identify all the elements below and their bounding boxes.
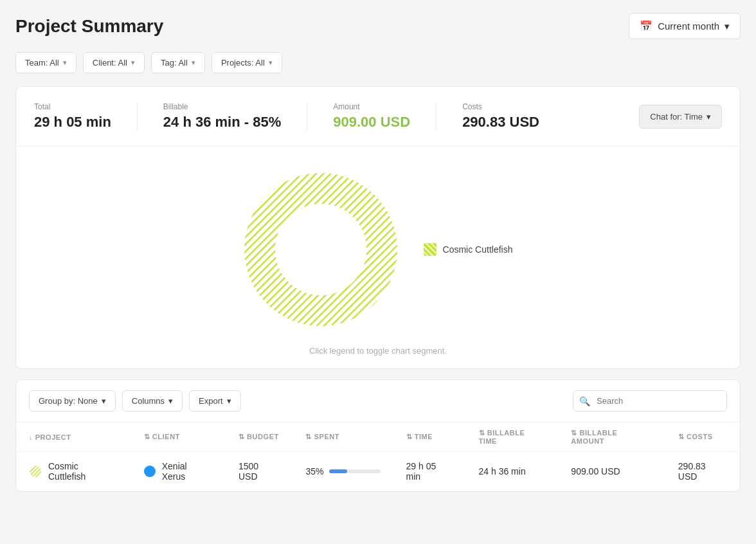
- col-time[interactable]: ⇅ TIME: [393, 422, 466, 452]
- col-client[interactable]: ⇅ CLIENT: [131, 422, 226, 452]
- col-billable-time[interactable]: ⇅ BILLABLE TIME: [466, 422, 559, 452]
- columns-label: Columns: [132, 396, 165, 406]
- billable-stat: Billable 24 h 36 min - 85%: [163, 102, 307, 131]
- client-filter-label: Client: All: [93, 58, 127, 68]
- col-budget-label: ⇅ BUDGET: [239, 433, 279, 440]
- col-client-label: ⇅ CLIENT: [144, 433, 180, 440]
- table-body: Cosmic Cuttlefish Xenial Xerus 1500 USD …: [16, 452, 740, 491]
- table-toolbar: Group by: None ▾ Columns ▾ Export ▾ 🔍: [16, 380, 740, 422]
- amount-value: 909.00 USD: [333, 114, 410, 131]
- total-label: Total: [34, 102, 111, 111]
- chevron-down-icon: ▾: [269, 59, 273, 67]
- billable-label: Billable: [163, 102, 281, 111]
- chart-area: Cosmic Cuttlefish Click legend to toggle…: [16, 147, 740, 368]
- col-billable-time-label: ⇅ BILLABLE TIME: [479, 429, 525, 445]
- chat-button[interactable]: Chat for: Time ▾: [639, 105, 722, 129]
- legend-color-dot: [424, 243, 437, 256]
- spent-cell: 35%: [292, 452, 393, 491]
- group-by-label: Group by: None: [39, 396, 98, 406]
- costs-value: 290.83 USD: [462, 114, 539, 131]
- table-card: Group by: None ▾ Columns ▾ Export ▾ 🔍: [15, 379, 741, 492]
- team-filter-label: Team: All: [25, 58, 59, 68]
- costs-label: Costs: [462, 102, 539, 111]
- svg-point-4: [30, 466, 41, 477]
- chart-wrapper: Cosmic Cuttlefish: [244, 172, 513, 327]
- project-cell: Cosmic Cuttlefish: [16, 452, 131, 491]
- search-wrap: 🔍: [573, 390, 727, 412]
- spent-pct: 35%: [305, 466, 323, 476]
- chevron-down-icon: ▾: [63, 59, 67, 67]
- col-costs[interactable]: ⇅ COSTS: [665, 422, 740, 452]
- chevron-down-icon: ▾: [706, 112, 711, 122]
- tag-filter-label: Tag: All: [161, 58, 188, 68]
- col-project-label: ↓ PROJECT: [29, 433, 71, 441]
- projects-filter-label: Projects: All: [221, 58, 265, 68]
- time-cell: 29 h 05 min: [393, 452, 466, 491]
- costs-stat: Costs 290.83 USD: [462, 102, 565, 131]
- costs-cell: 290.83 USD: [665, 452, 740, 491]
- billable-time-cell: 24 h 36 min: [466, 452, 559, 491]
- col-billable-amount[interactable]: ⇅ BILLABLE AMOUNT: [558, 422, 665, 452]
- export-button[interactable]: Export ▾: [189, 390, 241, 412]
- chevron-down-icon: ▾: [227, 396, 231, 406]
- client-filter[interactable]: Client: All ▾: [83, 52, 145, 73]
- chevron-down-icon: ▾: [724, 21, 730, 32]
- chart-hint: Click legend to toggle chart segment.: [309, 346, 447, 356]
- date-filter-label: Current month: [658, 21, 719, 32]
- amount-label: Amount: [333, 102, 410, 111]
- group-by-button[interactable]: Group by: None ▾: [29, 390, 116, 412]
- table-row: Cosmic Cuttlefish Xenial Xerus 1500 USD …: [16, 452, 740, 491]
- progress-bar: [329, 469, 381, 473]
- client-avatar: [144, 466, 156, 477]
- summary-stats: Total 29 h 05 min Billable 24 h 36 min -…: [16, 87, 740, 147]
- billable-value: 24 h 36 min - 85%: [163, 114, 281, 131]
- col-project[interactable]: ↓ PROJECT: [16, 422, 131, 452]
- total-stat: Total 29 h 05 min: [34, 102, 138, 131]
- date-filter-button[interactable]: 📅 Current month ▾: [629, 13, 741, 39]
- legend-label: Cosmic Cuttlefish: [443, 244, 513, 255]
- col-billable-amount-label: ⇅ BILLABLE AMOUNT: [571, 429, 617, 445]
- filter-bar: Team: All ▾ Client: All ▾ Tag: All ▾ Pro…: [15, 52, 741, 73]
- projects-filter[interactable]: Projects: All ▾: [212, 52, 282, 73]
- table-head: ↓ PROJECT ⇅ CLIENT ⇅ BUDGET ⇅ SPENT ⇅ TI…: [16, 422, 740, 452]
- chevron-down-icon: ▾: [102, 396, 106, 406]
- total-value: 29 h 05 min: [34, 114, 111, 131]
- col-spent[interactable]: ⇅ SPENT: [292, 422, 393, 452]
- amount-stat: Amount 909.00 USD: [333, 102, 437, 131]
- chevron-down-icon: ▾: [192, 59, 195, 67]
- client-name: Xenial Xerus: [162, 461, 213, 482]
- table-header-row: ↓ PROJECT ⇅ CLIENT ⇅ BUDGET ⇅ SPENT ⇅ TI…: [16, 422, 740, 452]
- progress-fill: [329, 469, 347, 473]
- project-icon: [29, 465, 42, 478]
- col-budget[interactable]: ⇅ BUDGET: [226, 422, 293, 452]
- columns-button[interactable]: Columns ▾: [122, 390, 183, 412]
- donut-chart[interactable]: [244, 172, 398, 327]
- calendar-icon: 📅: [640, 20, 652, 32]
- chevron-down-icon: ▾: [168, 396, 173, 406]
- team-filter[interactable]: Team: All ▾: [15, 52, 76, 73]
- chart-legend: Cosmic Cuttlefish: [424, 243, 513, 256]
- data-table: ↓ PROJECT ⇅ CLIENT ⇅ BUDGET ⇅ SPENT ⇅ TI…: [16, 422, 740, 491]
- search-icon: 🔍: [579, 396, 590, 406]
- tag-filter[interactable]: Tag: All ▾: [151, 52, 205, 73]
- chevron-down-icon: ▾: [131, 59, 135, 67]
- col-time-label: ⇅ TIME: [406, 433, 433, 440]
- budget-cell: 1500 USD: [226, 452, 293, 491]
- billable-amount-cell: 909.00 USD: [558, 452, 665, 491]
- page-header: Project Summary 📅 Current month ▾: [15, 13, 741, 39]
- page-title: Project Summary: [15, 16, 163, 37]
- project-name: Cosmic Cuttlefish: [48, 461, 118, 482]
- col-spent-label: ⇅ SPENT: [305, 433, 339, 440]
- client-cell: Xenial Xerus: [131, 452, 226, 491]
- svg-point-2: [275, 204, 366, 295]
- search-input[interactable]: [573, 390, 727, 412]
- export-label: Export: [199, 396, 223, 406]
- chat-label: Chat for: Time: [650, 112, 703, 122]
- summary-card: Total 29 h 05 min Billable 24 h 36 min -…: [15, 86, 741, 369]
- col-costs-label: ⇅ COSTS: [678, 433, 713, 440]
